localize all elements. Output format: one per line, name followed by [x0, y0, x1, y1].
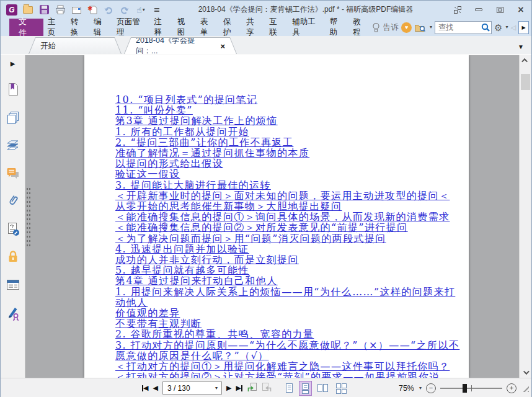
resize-grip-icon[interactable]	[521, 384, 529, 392]
search-input[interactable]	[438, 23, 481, 32]
toc-link[interactable]: 10. “项目列表式”的提问笔记	[115, 94, 464, 105]
customize-toolbar-button[interactable]	[149, 3, 164, 17]
facing-view-button[interactable]	[315, 381, 330, 396]
menu-item[interactable]: 表单	[196, 19, 219, 36]
toc-link[interactable]: 3. 提问能让大脑进行最佳的运转	[115, 180, 464, 190]
scroll-down-button[interactable]	[520, 367, 531, 378]
comments-icon[interactable]	[6, 166, 20, 181]
print-button[interactable]	[53, 3, 68, 17]
toc-link[interactable]: 1. 所有的工作都从提问开始	[115, 127, 464, 137]
pdf-page[interactable]: 10. “项目列表式”的提问笔记11. “叫份外卖”第3章 通过提问解决工作上的…	[84, 55, 469, 378]
zoom-slider-thumb[interactable]	[463, 384, 467, 393]
tab-list-dropdown-icon[interactable]: ▼	[518, 43, 524, 50]
last-page-button[interactable]: ▶	[236, 385, 242, 391]
menu-item[interactable]: 共享	[242, 19, 265, 36]
menu-item[interactable]: 保护	[219, 19, 242, 36]
toc-link[interactable]: 验证这一假设	[115, 169, 464, 179]
toc-link[interactable]: 以提问的形式给出假设	[115, 158, 464, 169]
menu-item[interactable]: 辅助工具	[288, 19, 325, 36]
form-fields-icon[interactable]	[6, 277, 20, 292]
menu-item[interactable]: 注释	[149, 19, 172, 36]
tab-start[interactable]: 开始	[29, 37, 122, 54]
previous-view-button[interactable]	[247, 382, 257, 395]
toc-link[interactable]: 第3章 通过提问解决工作上的烦恼	[115, 115, 464, 126]
heart-icon[interactable]: ♥	[401, 22, 412, 33]
toc-link[interactable]: 2. “提问三部曲”让你的工作不再返工	[115, 137, 464, 148]
scrollbar-thumb[interactable]	[521, 74, 530, 90]
toc-link[interactable]: ＜开辟新事业时的提问＞面对未知的问题，要运用主动进攻型的提问＜	[115, 190, 464, 201]
toc-link[interactable]: ＜能准确搜集信息的提问①＞询问具体的场景，从而发现新的消费需求	[115, 212, 464, 222]
toc-link[interactable]: 2. 谷歌所重视的尊重、共鸣、宽容的力量	[115, 329, 464, 339]
toc-link[interactable]: 愿意做的原因是什么呢？”（√）	[115, 350, 464, 361]
continuous-view-button[interactable]	[299, 381, 312, 396]
chevron-down-icon[interactable]: ▾	[211, 385, 221, 391]
menu-item[interactable]: 转换	[66, 19, 89, 36]
menu-file[interactable]: 文件	[9, 19, 43, 36]
first-page-button[interactable]: ◀	[142, 385, 148, 391]
toc-link[interactable]: ＜打动对方的提问①＞用提问化解难言之隐——这件事可以拜托你吗？	[115, 361, 464, 372]
search-field[interactable]	[435, 21, 492, 34]
tab-close-icon[interactable]: ×	[220, 42, 225, 51]
vertical-scrollbar[interactable]	[519, 55, 531, 378]
panel-splitter-handle[interactable]	[26, 187, 30, 246]
security-icon[interactable]	[6, 249, 20, 264]
toc-link[interactable]: 4. 迅速提出问题并加以验证	[115, 244, 464, 254]
expand-ribbon-button[interactable]: ▶	[518, 21, 529, 34]
toc-link[interactable]: ＜为了解决问题而提问＞用“问题”消灭问题的两段式提问	[115, 233, 464, 244]
menu-item[interactable]: 视图	[173, 19, 196, 36]
single-page-view-button[interactable]	[283, 381, 296, 396]
save-button[interactable]	[37, 3, 51, 17]
expand-panel-icon[interactable]: ▶	[11, 60, 16, 67]
continuous-facing-view-button[interactable]	[334, 381, 349, 396]
email-button[interactable]	[69, 3, 84, 17]
undo-button[interactable]	[101, 3, 116, 17]
menu-item[interactable]: 教程	[348, 19, 371, 36]
menu-item[interactable]: 帮助	[326, 19, 348, 36]
menu-item[interactable]: 编辑	[89, 19, 112, 36]
signature-document-icon[interactable]	[6, 221, 20, 236]
tell-me-label[interactable]: 告诉	[383, 22, 399, 33]
attachments-icon[interactable]	[6, 194, 20, 208]
minimize-button[interactable]	[468, 2, 489, 18]
chevron-down-icon[interactable]: ▾	[430, 25, 432, 30]
toc-link[interactable]: 3. 打动对方的提问原则——“为什么不愿意做呢？”（×）——“之所以不	[115, 340, 464, 350]
previous-page-button[interactable]: ◀	[153, 385, 157, 391]
zoom-slider[interactable]	[440, 383, 502, 393]
redo-button[interactable]	[117, 3, 132, 17]
new-document-button[interactable]: ✱	[85, 3, 100, 17]
next-view-button[interactable]	[262, 382, 272, 395]
page-number-field[interactable]: 3 / 130 ▾	[162, 381, 222, 395]
toc-link[interactable]: 从零开始的思考能催生新事物＞大胆地提出疑问	[115, 201, 464, 212]
gear-icon[interactable]: ⚙	[494, 23, 502, 32]
zoom-out-button[interactable]: −	[426, 383, 436, 393]
digital-signatures-icon[interactable]	[6, 305, 20, 320]
open-file-button[interactable]	[20, 3, 35, 17]
toc-link[interactable]: 不要带有主观判断	[115, 318, 464, 329]
page-thumbnails-icon[interactable]	[6, 110, 20, 125]
switch-window-button[interactable]	[447, 2, 468, 18]
toc-link[interactable]: 5. 越早提问就有越多可能性	[115, 265, 464, 275]
foxit-logo-icon[interactable]: G	[4, 3, 19, 17]
toc-link[interactable]: 第4章 通过提问来打动自己和他人	[115, 275, 464, 286]
toc-link[interactable]: 11. “叫份外卖”	[115, 105, 464, 115]
menu-item[interactable]: 页面管理	[112, 19, 149, 36]
restore-button[interactable]	[489, 2, 510, 18]
chevron-down-icon[interactable]: ▾	[506, 25, 508, 30]
hand-tool-button[interactable]: ☝▾	[133, 3, 148, 17]
chevron-down-icon[interactable]: ▾	[419, 386, 422, 391]
tab-document[interactable]: 2018-04《学会提问：... ×	[124, 37, 237, 54]
toc-link[interactable]: 成功的人并非立刻行动，而是立刻提问	[115, 254, 464, 265]
close-button[interactable]: ×	[510, 2, 531, 18]
menu-item[interactable]: 互联	[265, 19, 288, 36]
bookmarks-icon[interactable]	[6, 82, 20, 97]
next-page-button[interactable]: ▶	[226, 385, 231, 391]
folder-search-icon[interactable]	[414, 22, 427, 33]
toc-link[interactable]: 价值观的差异	[115, 308, 464, 318]
search-icon[interactable]	[481, 22, 490, 32]
toc-link[interactable]: ＜打动对方的提问②＞让对方接受“苛刻”的要求——如果提前跟你说	[115, 372, 464, 378]
scroll-up-button[interactable]	[520, 55, 531, 66]
lightbulb-icon[interactable]	[371, 22, 381, 33]
layers-icon[interactable]	[6, 138, 20, 153]
zoom-in-button[interactable]: +	[507, 383, 516, 393]
toc-link[interactable]: 准确了解情况＝通过提问抓住事物的本质	[115, 148, 464, 158]
